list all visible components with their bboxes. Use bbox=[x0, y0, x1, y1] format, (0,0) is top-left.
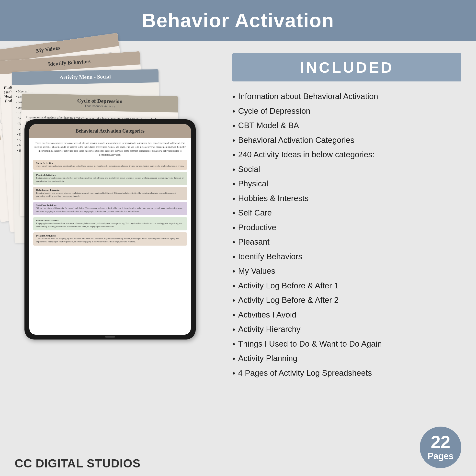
bullet-icon: • bbox=[232, 309, 235, 322]
list-item: •Activity Planning bbox=[232, 351, 461, 366]
page-title: Behavior Activation bbox=[15, 9, 461, 32]
main-content: My Values Healthy Healthy Healthy Health… bbox=[0, 41, 476, 476]
social-text: These involve interacting and spending t… bbox=[36, 164, 184, 168]
pleasant-section: Pleasant Activities: These activities fo… bbox=[33, 232, 187, 246]
physical-title: Physical Activities: bbox=[36, 174, 184, 176]
bullet-icon: • bbox=[232, 323, 235, 336]
list-item: •Physical bbox=[232, 177, 461, 191]
selfcare-title: Self-Care Activities: bbox=[36, 204, 184, 207]
bullet-icon: • bbox=[232, 91, 235, 103]
list-item: •Cycle of Depression bbox=[232, 104, 461, 119]
badge-number: 22 bbox=[431, 433, 450, 451]
bullet-icon: • bbox=[232, 178, 235, 190]
item-text: Activity Log Before & After 1 bbox=[238, 280, 339, 292]
item-text: 240 Activity Ideas in below categories: bbox=[238, 149, 375, 161]
header: Behavior Activation bbox=[0, 0, 476, 41]
behavioral-activation-title: Behavioral Activation Categories bbox=[34, 128, 186, 134]
bullet-icon: • bbox=[232, 222, 235, 234]
badge-container: 22 Pages bbox=[232, 422, 461, 468]
list-item: •My Values bbox=[232, 264, 461, 279]
selfcare-section: Self-Care Activities: Taking care of one… bbox=[33, 202, 187, 215]
list-item: •Activity Log Before & After 1 bbox=[232, 279, 461, 293]
item-text: Self Care bbox=[238, 207, 272, 219]
selfcare-text: Taking care of oneself is crucial for ov… bbox=[36, 207, 184, 213]
bullet-icon: • bbox=[232, 265, 235, 278]
bullet-icon: • bbox=[232, 280, 235, 292]
tablet-screen: Behavioral Activation Categories These c… bbox=[29, 124, 191, 335]
bullet-icon: • bbox=[232, 236, 235, 249]
item-text: Things I Used to Do & Want to Do Again bbox=[238, 338, 382, 350]
cycle-header: Cycle of Depression That Reduces Activit… bbox=[21, 93, 178, 112]
physical-text: Engaging in physical exercise or activit… bbox=[36, 176, 184, 183]
list-item: •Pleasant bbox=[232, 235, 461, 250]
list-item: •Things I Used to Do & Want to Do Again bbox=[232, 337, 461, 352]
productive-title: Productive Activities: bbox=[36, 219, 184, 222]
behavioral-activation-header: Behavioral Activation Categories bbox=[29, 124, 191, 138]
bullet-icon: • bbox=[232, 105, 235, 118]
item-text: Identify Behaviors bbox=[238, 251, 302, 263]
tablet-outer: Behavioral Activation Categories These c… bbox=[24, 119, 196, 340]
bullet-icon: • bbox=[232, 193, 235, 205]
included-list: •Information about Behavioral Activation… bbox=[232, 89, 461, 380]
list-item: •CBT Model & BA bbox=[232, 119, 461, 133]
item-text: Hobbies & Interests bbox=[238, 192, 309, 204]
item-text: Information about Behavioral Activation bbox=[238, 90, 378, 102]
item-text: Pleasant bbox=[238, 236, 270, 248]
physical-section: Physical Activities: Engaging in physica… bbox=[33, 172, 187, 185]
item-text: Behavioral Activation Categories bbox=[238, 134, 355, 146]
social-title: Social Activities: bbox=[36, 162, 184, 164]
list-item: •Self Care bbox=[232, 206, 461, 221]
bullet-icon: • bbox=[232, 353, 235, 365]
list-item: •Information about Behavioral Activation bbox=[232, 89, 461, 104]
item-text: Activity Planning bbox=[238, 352, 297, 364]
document-preview-panel: My Values Healthy Healthy Healthy Health… bbox=[0, 41, 220, 476]
bullet-icon: • bbox=[232, 367, 235, 380]
list-item: •Activities I Avoid bbox=[232, 308, 461, 323]
bullet-icon: • bbox=[232, 294, 235, 307]
item-text: CBT Model & BA bbox=[238, 119, 299, 132]
bullet-icon: • bbox=[232, 135, 235, 147]
item-text: 4 Pages of Activity Log Spreadsheets bbox=[238, 367, 372, 379]
item-text: Activity Log Before & After 2 bbox=[238, 294, 339, 306]
pleasant-title: Pleasant Activities: bbox=[36, 234, 184, 237]
productive-section: Productive Activities: Engaging in tasks… bbox=[33, 217, 187, 230]
hobbies-text: Pursuing hobbies and personal interests … bbox=[36, 191, 184, 198]
bullet-icon: • bbox=[232, 149, 235, 161]
productive-text: Engaging in tasks that contribute to a s… bbox=[36, 222, 184, 228]
included-heading: INCLUDED bbox=[300, 59, 394, 76]
item-text: My Values bbox=[238, 265, 275, 277]
list-item: •Hobbies & Interests bbox=[232, 191, 461, 206]
list-item: •240 Activity Ideas in below categories: bbox=[232, 148, 461, 162]
badge-label: Pages bbox=[427, 451, 454, 461]
list-item: •Identify Behaviors bbox=[232, 250, 461, 264]
behavioral-activation-body: These categories encompass various aspec… bbox=[29, 138, 191, 251]
bullet-icon: • bbox=[232, 120, 235, 132]
my-values-title: My Values bbox=[36, 45, 60, 54]
list-item: •Activity Hierarchy bbox=[232, 322, 461, 337]
item-text: Activities I Avoid bbox=[238, 309, 296, 321]
item-text: Productive bbox=[238, 221, 276, 234]
behavioral-activation-intro: These categories encompass various aspec… bbox=[33, 141, 187, 157]
tablet-home-button bbox=[105, 336, 115, 338]
item-text: Social bbox=[238, 163, 260, 175]
activity-menu-title: Activity Menu - Social bbox=[59, 73, 111, 81]
bullet-icon: • bbox=[232, 164, 235, 176]
pleasant-text: These activities focus on bringing joy a… bbox=[36, 237, 184, 244]
list-item: •Social bbox=[232, 162, 461, 177]
item-text: Cycle of Depression bbox=[238, 105, 310, 117]
bullet-icon: • bbox=[232, 207, 235, 220]
brand-name: CC DIGITAL STUDIOS bbox=[15, 457, 141, 470]
identify-behaviors-title: Identify Behaviors bbox=[48, 58, 91, 67]
row-label-5: Healthy bbox=[0, 128, 1, 141]
pages-badge: 22 Pages bbox=[420, 426, 461, 468]
item-text: Physical bbox=[238, 178, 268, 190]
list-item: •Behavioral Activation Categories bbox=[232, 133, 461, 148]
item-text: Activity Hierarchy bbox=[238, 323, 301, 335]
list-item: •Activity Log Before & After 2 bbox=[232, 293, 461, 308]
hobbies-title: Hobbies and Interests: bbox=[36, 189, 184, 191]
list-item: •4 Pages of Activity Log Spreadsheets bbox=[232, 366, 461, 381]
list-item: •Productive bbox=[232, 221, 461, 235]
social-section: Social Activities: These involve interac… bbox=[33, 160, 187, 170]
bullet-icon: • bbox=[232, 251, 235, 263]
tablet-device: Behavioral Activation Categories These c… bbox=[24, 119, 196, 340]
